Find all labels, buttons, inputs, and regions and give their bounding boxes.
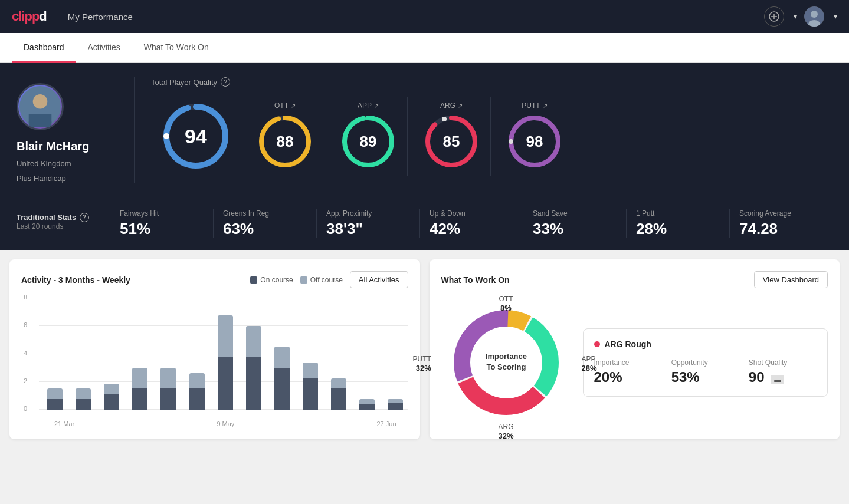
scoring-label: Scoring Average <box>739 209 791 218</box>
svg-rect-9 <box>29 114 52 127</box>
bar-on-course <box>104 394 119 410</box>
bar-group <box>99 298 124 410</box>
tabs-bar: Dashboard Activities What To Work On <box>0 33 849 63</box>
bar-group <box>270 298 294 410</box>
logo: clippd <box>12 9 47 24</box>
shot-quality-badge: ▬ <box>771 375 784 384</box>
svg-text:Importance: Importance <box>485 352 526 361</box>
tab-activities[interactable]: Activities <box>76 33 132 63</box>
player-info: Blair McHarg United Kingdom Plus Handica… <box>17 77 135 183</box>
opportunity-value: 53% <box>671 369 739 386</box>
wtwo-title: What To Work On <box>441 275 510 285</box>
svg-point-23 <box>509 139 513 144</box>
bar-group <box>298 298 323 410</box>
svg-point-20 <box>442 117 447 121</box>
bar-off-course <box>47 388 63 399</box>
bar-group <box>241 298 266 410</box>
trad-stats-help-icon[interactable]: ? <box>80 213 89 222</box>
bar-group <box>42 298 67 410</box>
bar-off-course <box>359 399 375 404</box>
all-activities-button[interactable]: All Activities <box>350 271 408 288</box>
help-icon[interactable]: ? <box>221 77 230 87</box>
putt-arrow-icon: ↗ <box>543 103 548 109</box>
avatar[interactable] <box>804 6 824 27</box>
player-country: United Kingdom <box>17 159 71 168</box>
bar-group <box>355 298 379 410</box>
total-quality-ring: 94 <box>151 96 241 176</box>
donut-wrap: Importance To Scoring OTT 8% APP 28% <box>441 298 571 427</box>
bar-on-course <box>274 368 290 410</box>
sand-label: Sand Save <box>533 209 568 218</box>
arg-donut-label: ARG 32% <box>498 421 513 440</box>
fairways-value: 51% <box>120 220 150 238</box>
bar-group <box>127 298 152 410</box>
bar-on-course <box>303 378 318 410</box>
activity-chart-title: Activity - 3 Months - Weekly <box>21 275 130 285</box>
player-handicap: Plus Handicap <box>17 174 66 183</box>
what-to-work-on-card: What To Work On View Dashboard <box>430 259 840 439</box>
putt-ring: PUTT ↗ 98 <box>496 97 573 176</box>
svg-text:To Scoring: To Scoring <box>486 363 526 371</box>
ott-arrow-icon: ↗ <box>291 103 296 109</box>
importance-label: Importance <box>594 358 662 367</box>
sand-value: 33% <box>533 220 563 238</box>
player-avatar <box>17 83 64 130</box>
x-label-jun: 27 Jun <box>376 420 396 427</box>
svg-point-7 <box>33 94 48 109</box>
app-donut-label: APP 28% <box>581 353 596 373</box>
stat-sand: Sand Save 33% <box>523 209 627 238</box>
activity-card-header: Activity - 3 Months - Weekly On course O… <box>21 271 408 288</box>
bar-off-course <box>189 373 205 389</box>
app-value: 89 <box>360 133 377 151</box>
ott-value: 88 <box>277 133 294 151</box>
arg-ring: ARG ↗ 85 <box>412 97 491 176</box>
metric-shot-quality: Shot Quality 90 ▬ <box>749 358 817 386</box>
nav-right: ▾ ▾ <box>764 6 837 27</box>
bar-off-course <box>246 326 261 357</box>
stat-up-down: Up & Down 42% <box>420 209 523 238</box>
oneputt-value: 28% <box>636 220 667 238</box>
scores-row: 94 OTT ↗ 88 AP <box>151 96 832 176</box>
fairways-label: Fairways Hit <box>120 209 159 218</box>
bar-off-course <box>218 315 233 357</box>
bar-group <box>71 298 96 410</box>
bar-on-course <box>189 388 205 410</box>
activity-card: Activity - 3 Months - Weekly On course O… <box>9 259 420 439</box>
bar-on-course <box>76 399 91 410</box>
up-down-value: 42% <box>430 220 460 238</box>
bar-group <box>326 298 351 410</box>
wtwo-content: Importance To Scoring OTT 8% APP 28% <box>441 298 828 427</box>
wtwo-info-card: ARG Rough Importance 20% Opportunity 53%… <box>583 328 828 397</box>
tab-dashboard[interactable]: Dashboard <box>12 33 76 63</box>
stat-proximity: App. Proximity 38'3" <box>317 209 420 238</box>
proximity-label: App. Proximity <box>326 209 372 218</box>
ott-ring-wrap: 88 <box>255 112 314 171</box>
stat-1putt: 1 Putt 28% <box>627 209 730 238</box>
x-label-may: 9 May <box>217 420 234 427</box>
putt-label: PUTT ↗ <box>522 101 547 110</box>
shot-quality-label: Shot Quality <box>749 358 817 367</box>
add-button[interactable] <box>764 6 784 27</box>
putt-donut-label: PUTT 32% <box>413 353 431 373</box>
oneputt-label: 1 Putt <box>636 209 654 218</box>
stats-bar: Traditional Stats ? Last 20 rounds Fairw… <box>0 197 849 250</box>
bar-off-course <box>303 363 318 378</box>
off-course-dot <box>300 276 307 284</box>
ott-donut-label: OTT 8% <box>499 293 513 312</box>
stat-greens: Greens In Reg 63% <box>214 209 317 238</box>
bar-on-course <box>246 357 261 410</box>
top-nav: clippd My Performance ▾ ▾ <box>0 0 849 33</box>
traditional-stats-sub: Last 20 rounds <box>17 222 63 230</box>
putt-value: 98 <box>526 133 543 151</box>
metric-importance: Importance 20% <box>594 358 662 386</box>
svg-point-4 <box>811 11 818 18</box>
app-arrow-icon: ↗ <box>374 103 379 109</box>
opportunity-label: Opportunity <box>671 358 739 367</box>
bar-group <box>185 298 209 410</box>
tab-what-to-work-on[interactable]: What To Work On <box>132 33 221 63</box>
view-dashboard-button[interactable]: View Dashboard <box>754 271 828 288</box>
bar-group <box>213 298 238 410</box>
chart-controls: On course Off course All Activities <box>250 271 408 288</box>
bar-chart: 8 6 4 2 0 21 Mar 9 May 27 Jun <box>21 298 408 427</box>
bar-group <box>383 298 408 410</box>
